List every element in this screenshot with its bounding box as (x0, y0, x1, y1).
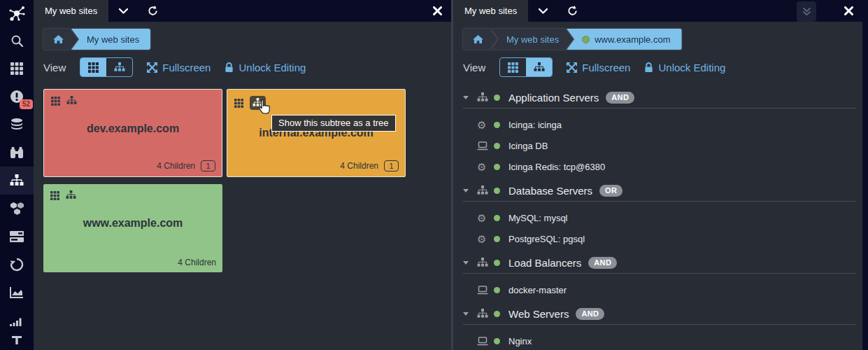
monitor-icon (477, 141, 494, 150)
data-stack-icon[interactable] (0, 111, 34, 139)
scrollbar-track[interactable] (862, 0, 868, 350)
fullscreen-link[interactable]: Fullscreen (567, 62, 630, 74)
tile-dev-example-com[interactable]: dev.example.com 4 Children 1 (43, 89, 222, 177)
group-label: Database Servers (508, 185, 592, 197)
tile-grid-icon[interactable] (234, 99, 243, 108)
refresh-icon[interactable] (557, 0, 587, 22)
tab-dropdown-caret-icon[interactable] (528, 0, 557, 22)
fullscreen-label: Fullscreen (582, 62, 630, 74)
tree-group-row[interactable]: Load Balancers AND (463, 253, 855, 272)
collapse-caret-icon[interactable] (463, 261, 477, 265)
tree-view-button[interactable] (526, 58, 552, 76)
tile-badge: 1 (201, 160, 215, 172)
tile-subtree-icon[interactable] (66, 190, 76, 200)
tree-node[interactable]: ⚙ Icinga: icinga (463, 114, 855, 135)
tab-dropdown-caret-icon[interactable] (108, 0, 138, 22)
breadcrumb-label: www.example.com (595, 34, 670, 45)
group-label: Load Balancers (508, 257, 581, 269)
tree-group-application-servers: Application Servers AND ⚙ Icinga: icinga (463, 88, 855, 177)
tree-view-button[interactable] (106, 58, 132, 76)
tree-node[interactable]: ⚙ MySQL: mysql (463, 207, 855, 228)
home-icon (473, 35, 483, 44)
status-dot (494, 338, 500, 344)
monitor-icon (477, 337, 494, 346)
tile-title: dev.example.com (51, 122, 215, 135)
search-icon[interactable] (0, 27, 34, 55)
divider (463, 201, 855, 202)
status-dot (494, 164, 500, 170)
capacity-bars-icon[interactable] (0, 307, 34, 335)
icinga-logo-icon[interactable] (0, 0, 34, 27)
tab-my-web-sites[interactable]: My web sites (34, 0, 108, 22)
tree-group-row[interactable]: Application Servers AND (463, 88, 855, 106)
business-process-sitemap-icon[interactable] (0, 167, 34, 195)
close-icon[interactable] (423, 0, 451, 22)
lock-icon (644, 62, 653, 73)
breadcrumb-home[interactable] (463, 29, 497, 50)
tree-group-row[interactable]: Web Servers AND (463, 304, 855, 323)
tree-node[interactable]: ⚙ PostgreSQL: pgsql (463, 228, 855, 249)
collapse-caret-icon[interactable] (463, 189, 477, 192)
servers-icon[interactable] (0, 223, 34, 251)
tile-grid-icon[interactable] (50, 191, 59, 200)
unlock-editing-link[interactable]: Unlock Editing (225, 62, 306, 74)
tree-node[interactable]: ⚙ Icinga Redis: tcp@6380 (463, 156, 855, 177)
tree-node[interactable]: Nginx (463, 330, 855, 350)
operator-badge: AND (576, 308, 604, 320)
tree-node[interactable]: docker-master (463, 279, 855, 300)
subprocess-icon (477, 92, 494, 103)
breadcrumb-home[interactable] (43, 29, 78, 50)
cubes-icon[interactable] (0, 195, 34, 223)
tree-group-database-servers: Database Servers OR ⚙ MySQL: mysql ⚙ (463, 181, 855, 249)
tile-subtree-icon[interactable] (66, 96, 77, 106)
history-icon[interactable] (0, 251, 34, 279)
gear-icon: ⚙ (477, 162, 494, 172)
refresh-icon[interactable] (138, 0, 167, 22)
tab-label: My web sites (464, 6, 517, 16)
tile-www-example-com[interactable]: www.example.com 4 Children (43, 184, 222, 272)
status-dot (494, 122, 500, 128)
node-label: MySQL: mysql (508, 213, 568, 223)
problems-exclamation-icon[interactable]: 52 (0, 83, 34, 111)
tile-grid-icon[interactable] (51, 97, 60, 106)
divider (463, 324, 855, 325)
tree-group-row[interactable]: Database Servers OR (463, 181, 855, 200)
status-dot (494, 236, 500, 242)
monitor-icon (477, 286, 494, 295)
tab-label: My web sites (45, 6, 97, 16)
breadcrumb-item-current[interactable]: www.example.com (567, 29, 681, 50)
status-dot (494, 215, 500, 221)
binoculars-icon[interactable] (0, 139, 34, 167)
unlock-editing-link[interactable]: Unlock Editing (644, 62, 725, 74)
close-icon[interactable] (834, 0, 862, 22)
reporting-chart-icon[interactable] (0, 279, 34, 307)
app-sidebar: 52 (0, 0, 34, 350)
fullscreen-icon (567, 62, 577, 73)
operator-badge: OR (599, 185, 622, 197)
collapse-caret-icon[interactable] (463, 96, 477, 99)
subprocess-icon (477, 258, 494, 268)
tab-my-web-sites[interactable]: My web sites (453, 0, 528, 22)
status-dot (494, 94, 500, 101)
fullscreen-link[interactable]: Fullscreen (147, 62, 211, 74)
breadcrumb-label: My web sites (87, 34, 139, 45)
collapse-column-icon[interactable] (797, 1, 816, 22)
collapse-caret-icon[interactable] (463, 312, 477, 316)
node-label: Icinga Redis: tcp@6380 (508, 162, 605, 172)
right-toolbar: View Fullscreen Unlock Editing (463, 57, 862, 77)
dashboard-grid-icon[interactable] (0, 55, 34, 83)
problems-count-badge[interactable]: 52 (20, 99, 33, 109)
breadcrumb-item[interactable]: My web sites (71, 29, 150, 50)
clipped-icon[interactable] (0, 335, 34, 350)
breadcrumb-item[interactable]: My web sites (491, 29, 573, 50)
unlock-editing-label: Unlock Editing (658, 62, 725, 74)
tile-view-button[interactable] (500, 58, 526, 76)
divider (463, 108, 855, 108)
tree-node[interactable]: Icinga DB (463, 135, 855, 156)
status-dot (494, 188, 500, 194)
tile-internal-example-com[interactable]: internal.example.com 4 Children 1 (227, 89, 406, 177)
tile-view-button[interactable] (80, 58, 106, 76)
fullscreen-icon (147, 62, 157, 73)
tree-group-load-balancers: Load Balancers AND docker-master (463, 253, 855, 300)
children-count: 4 Children (340, 161, 378, 171)
